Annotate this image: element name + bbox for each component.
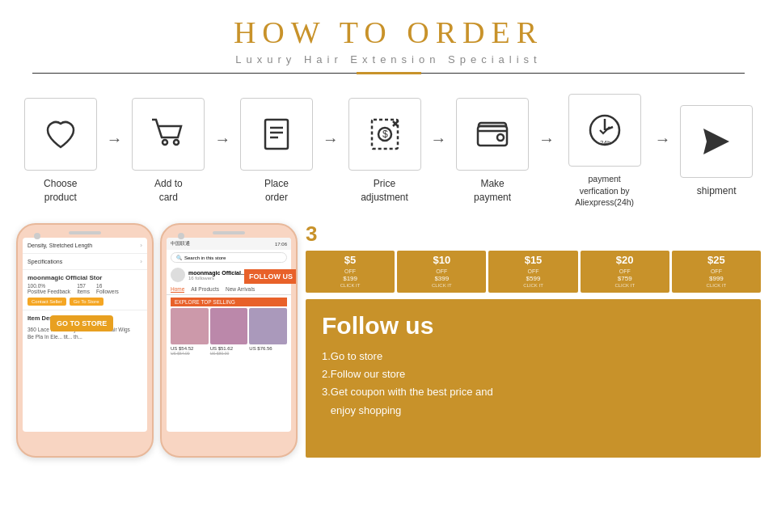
phones-area: Density, Stretched Length › Specificatio… bbox=[16, 223, 298, 458]
coupon-item-3[interactable]: $15 OFF $599 CLICK IT bbox=[488, 251, 577, 293]
p2-search-bar[interactable]: 🔍 Search in this store bbox=[171, 252, 287, 263]
phone-speaker-1 bbox=[69, 231, 101, 234]
p2-product-3: US $76.56 bbox=[249, 308, 287, 356]
phone-camera-1 bbox=[34, 233, 40, 239]
p2-product-img-2 bbox=[210, 308, 248, 344]
coupon-off-4: OFF bbox=[585, 268, 665, 275]
p2-nav-home[interactable]: Home bbox=[171, 286, 184, 293]
dollar-scissors-icon: $ bbox=[364, 113, 406, 155]
p2-product-1: US $54.52 US $54.00 bbox=[171, 308, 209, 356]
coupon-click-5: CLICK IT bbox=[677, 283, 756, 289]
p1-buttons: Contact Seller Go To Store bbox=[27, 298, 142, 306]
p1-followers: 16Followers bbox=[96, 283, 119, 294]
coupon-main-3: $15 bbox=[493, 254, 572, 268]
p1-spec-row: Specifications › bbox=[23, 254, 147, 270]
coupon-main-2: $10 bbox=[402, 254, 481, 268]
coupon-price-4: $759 bbox=[585, 275, 665, 283]
coupon-click-1: CLICK IT bbox=[310, 283, 390, 289]
coupon-click-2: CLICK IT bbox=[402, 283, 481, 289]
search-icon: 🔍 bbox=[176, 255, 182, 260]
step-3-number: 3 bbox=[306, 223, 761, 244]
page-title: HOW TO ORDER bbox=[0, 15, 777, 50]
phone-mockup-1: Density, Stretched Length › Specificatio… bbox=[16, 223, 154, 458]
p1-items: 157Items bbox=[77, 283, 90, 294]
svg-text:$: $ bbox=[382, 129, 388, 140]
svg-rect-2 bbox=[265, 120, 288, 149]
step-icon-box-6: 24h bbox=[568, 94, 641, 167]
follow-us-item-3: 3.Get coupon with the best price and enj… bbox=[322, 383, 745, 419]
p2-followers: 16 followers bbox=[188, 276, 246, 281]
p2-network: 中国联通 bbox=[171, 240, 190, 247]
arrow-1: → bbox=[107, 130, 123, 149]
step-icon-box-5 bbox=[456, 98, 529, 171]
bottom-section: Density, Stretched Length › Specificatio… bbox=[0, 223, 777, 458]
svg-point-12 bbox=[497, 134, 504, 141]
phone-screen-2: 中国联通 17:06 🔍 Search in this store moonma… bbox=[167, 238, 291, 432]
wallet-icon bbox=[471, 113, 513, 155]
step-label-2: Add tocard bbox=[154, 177, 183, 205]
coupon-click-3: CLICK IT bbox=[493, 283, 572, 289]
coupon-main-5: $25 bbox=[677, 254, 756, 268]
right-panel: 3 $5 OFF $199 CLICK IT $10 OFF $399 CLIC… bbox=[306, 223, 761, 458]
p2-time: 17:06 bbox=[275, 242, 287, 247]
step-icon-box-4: $ bbox=[348, 98, 421, 171]
p2-topbar: 中国联通 17:06 bbox=[167, 238, 291, 250]
follow-us-item-2: 2.Follow our store bbox=[322, 365, 745, 383]
p2-product-img-3 bbox=[249, 308, 287, 344]
arrow-5: → bbox=[538, 130, 555, 149]
p2-nav-new-arrivals[interactable]: New Arrivals bbox=[226, 286, 255, 293]
coupon-off-5: OFF bbox=[677, 268, 756, 275]
coupon-main-4: $20 bbox=[585, 254, 665, 268]
step-label-1: Chooseproduct bbox=[44, 177, 77, 205]
divider-accent bbox=[357, 72, 421, 74]
p2-old-price-1: US $54.00 bbox=[171, 351, 209, 356]
step-label-3: Placeorder bbox=[264, 177, 289, 205]
p2-search-placeholder: Search in this store bbox=[184, 255, 226, 260]
step-label-7: shipment bbox=[697, 184, 737, 198]
p1-feedback: 100.0%Positive Feedback 157Items 16Follo… bbox=[27, 283, 142, 294]
p2-explore-label: EXPLORE TOP SELLING bbox=[171, 298, 287, 306]
list-icon bbox=[255, 113, 298, 155]
p1-chevron-2: › bbox=[140, 258, 142, 265]
p2-nav-all-products[interactable]: All Products bbox=[191, 286, 219, 293]
step-shipment: shipment bbox=[672, 105, 761, 198]
p1-spec-label: Specifications bbox=[27, 259, 62, 264]
header: HOW TO ORDER Luxury Hair Extension Speci… bbox=[0, 0, 777, 79]
coupon-item-2[interactable]: $10 OFF $399 CLICK IT bbox=[397, 251, 486, 293]
p2-store-avatar bbox=[171, 268, 185, 282]
go-to-store-button[interactable]: Go To Store bbox=[70, 298, 103, 306]
coupon-off-1: OFF bbox=[310, 268, 390, 275]
header-divider bbox=[32, 72, 745, 74]
phone-mockup-2: 中国联通 17:06 🔍 Search in this store moonma… bbox=[160, 223, 298, 458]
p1-feedback-pct: 100.0%Positive Feedback bbox=[27, 283, 70, 294]
plane-icon bbox=[695, 120, 737, 163]
svg-point-0 bbox=[163, 140, 167, 145]
step-make-payment: Makepayment bbox=[448, 98, 537, 205]
clock-check-icon: 24h bbox=[584, 109, 626, 151]
divider-line-left bbox=[32, 73, 357, 74]
step-price-adjustment: $ Priceadjustment bbox=[340, 98, 429, 205]
contact-seller-button[interactable]: Contact Seller bbox=[27, 298, 66, 306]
phone-screen-1: Density, Stretched Length › Specificatio… bbox=[23, 238, 147, 432]
arrow-2: → bbox=[214, 130, 230, 149]
coupon-bar: $5 OFF $199 CLICK IT $10 OFF $399 CLICK … bbox=[306, 251, 761, 293]
p2-price-3: US $76.56 bbox=[249, 346, 287, 351]
coupon-item-5[interactable]: $25 OFF $999 CLICK IT bbox=[672, 251, 761, 293]
step-icon-box-1 bbox=[24, 98, 97, 171]
p1-chevron-1: › bbox=[140, 242, 142, 249]
coupon-item-1[interactable]: $5 OFF $199 CLICK IT bbox=[306, 251, 395, 293]
step-payment-verification: 24h paymentverfication byAliexpress(24h) bbox=[556, 94, 653, 209]
go-to-store-badge[interactable]: GO TO STORE bbox=[50, 315, 113, 331]
coupon-price-2: $399 bbox=[402, 275, 481, 283]
coupon-off-3: OFF bbox=[493, 268, 572, 275]
p1-density-label: Density, Stretched Length bbox=[27, 243, 92, 248]
step-label-5: Makepayment bbox=[474, 177, 511, 205]
svg-point-1 bbox=[174, 140, 179, 145]
steps-row: Chooseproduct → Add tocard → Placeorder … bbox=[0, 79, 777, 218]
p1-density-row: Density, Stretched Length › bbox=[23, 238, 147, 254]
coupon-item-4[interactable]: $20 OFF $759 CLICK IT bbox=[581, 251, 669, 293]
p1-store-info: moonmagic Official Stor 100.0%Positive F… bbox=[23, 270, 147, 310]
coupon-price-1: $199 bbox=[310, 275, 390, 283]
coupon-click-4: CLICK IT bbox=[585, 283, 665, 289]
p2-store-name: moonmagic Official... bbox=[188, 270, 246, 276]
